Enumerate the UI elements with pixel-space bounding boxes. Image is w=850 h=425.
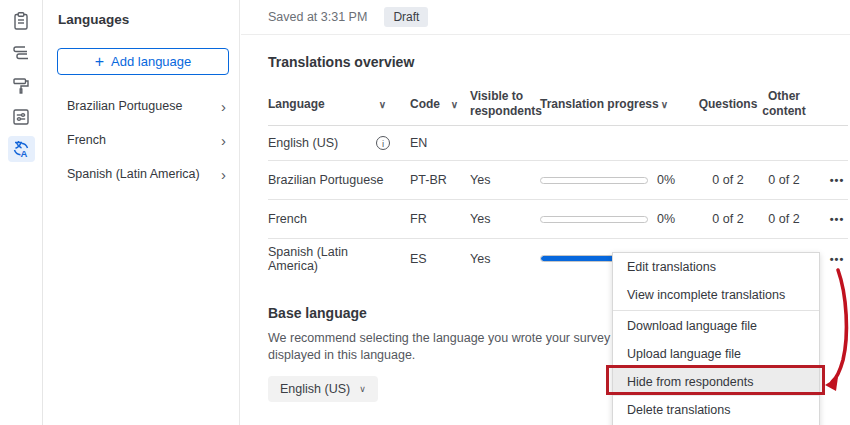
row-visible: Yes <box>470 252 540 266</box>
add-language-button[interactable]: + Add language <box>57 48 229 75</box>
chevron-right-icon: › <box>221 132 226 149</box>
language-item-label: Brazilian Portuguese <box>67 99 182 113</box>
column-header-other-content: Other content <box>762 89 812 119</box>
menu-item-view-incomplete-translations[interactable]: View incomplete translations <box>613 281 819 309</box>
row-code: EN <box>410 136 470 150</box>
nav-rail: A <box>0 0 43 425</box>
table-row-french: French FR Yes 0% 0 of 2 0 of 2 ••• <box>268 200 848 239</box>
row-visible: Yes <box>470 173 540 187</box>
row-language-label: French <box>268 212 307 226</box>
row-questions: 0 of 2 <box>694 212 762 226</box>
menu-item-hide-from-respondents[interactable]: Hide from respondents <box>613 368 819 396</box>
menu-item-upload-language-file[interactable]: Upload language file <box>613 340 819 368</box>
menu-divider <box>613 310 819 311</box>
survey-options-icon[interactable] <box>8 104 35 130</box>
column-header-questions: Questions <box>694 97 762 111</box>
chevron-right-icon: › <box>221 166 226 183</box>
saved-status-text: Saved at 3:31 PM <box>268 10 367 24</box>
row-more-options-button[interactable]: ••• <box>812 174 848 186</box>
progress-bar <box>540 177 648 184</box>
table-row-english-us: English (US) i EN <box>268 126 848 161</box>
row-code: FR <box>410 212 470 226</box>
save-status-bar: Saved at 3:31 PM Draft <box>241 0 850 35</box>
translations-overview-title: Translations overview <box>268 54 850 70</box>
row-language-label: Brazilian Portuguese <box>268 173 383 187</box>
panel-title: Languages <box>43 0 239 27</box>
add-language-label: Add language <box>111 54 191 69</box>
row-visible: Yes <box>470 212 540 226</box>
chevron-down-icon: ∨ <box>359 384 366 394</box>
language-item-label: Spanish (Latin America) <box>67 167 200 181</box>
row-more-options-button[interactable]: ••• <box>812 213 848 225</box>
row-code: ES <box>410 252 470 266</box>
chevron-down-icon[interactable]: ∨ <box>661 99 668 110</box>
column-header-progress[interactable]: Translation progress ∨ <box>540 97 694 111</box>
translations-page: A Languages + Add language Brazilian Por… <box>0 0 850 425</box>
menu-item-edit-translations[interactable]: Edit translations <box>613 253 819 281</box>
progress-bar <box>540 216 648 223</box>
survey-flow-icon[interactable] <box>8 40 35 66</box>
base-language-dropdown[interactable]: English (US) ∨ <box>268 376 378 402</box>
column-header-visible: Visible to respondents <box>470 89 540 119</box>
menu-item-delete-translations[interactable]: Delete translations <box>613 396 819 424</box>
language-item-spanish-latin-america[interactable]: Spanish (Latin America) › <box>43 157 239 191</box>
chevron-down-icon[interactable]: ∨ <box>451 99 458 110</box>
translations-icon[interactable]: A <box>8 136 35 162</box>
language-list: Brazilian Portuguese › French › Spanish … <box>43 89 239 191</box>
chevron-right-icon: › <box>221 98 226 115</box>
chevron-down-icon[interactable]: ∨ <box>379 99 386 110</box>
table-header-row: Language ∨ Code ∨ Visible to respondents… <box>268 83 848 126</box>
row-code: PT-BR <box>410 173 470 187</box>
look-and-feel-icon[interactable] <box>8 72 35 98</box>
menu-item-download-language-file[interactable]: Download language file <box>613 312 819 340</box>
language-item-label: French <box>67 133 106 147</box>
info-icon[interactable]: i <box>376 136 390 150</box>
row-options-context-menu: Edit translations View incomplete transl… <box>612 252 820 425</box>
translations-table: Language ∨ Code ∨ Visible to respondents… <box>268 83 848 278</box>
table-row-brazilian-portuguese: Brazilian Portuguese PT-BR Yes 0% 0 of 2… <box>268 161 848 200</box>
row-language-label: English (US) <box>268 136 338 150</box>
language-item-brazilian-portuguese[interactable]: Brazilian Portuguese › <box>43 89 239 123</box>
languages-panel: Languages + Add language Brazilian Portu… <box>43 0 240 425</box>
column-header-language[interactable]: Language ∨ <box>268 97 410 111</box>
row-language-label: Spanish (Latin America) <box>268 245 390 273</box>
language-item-french[interactable]: French › <box>43 123 239 157</box>
plus-icon: + <box>95 54 104 70</box>
svg-text:A: A <box>21 148 28 159</box>
column-header-code[interactable]: Code ∨ <box>410 97 470 111</box>
row-other-content: 0 of 2 <box>762 173 812 187</box>
progress-percent: 0% <box>652 173 694 187</box>
row-other-content: 0 of 2 <box>762 212 812 226</box>
progress-percent: 0% <box>652 212 694 226</box>
draft-status-badge: Draft <box>384 7 428 27</box>
row-questions: 0 of 2 <box>694 173 762 187</box>
base-language-selected: English (US) <box>280 382 350 396</box>
survey-builder-icon[interactable] <box>8 8 35 34</box>
